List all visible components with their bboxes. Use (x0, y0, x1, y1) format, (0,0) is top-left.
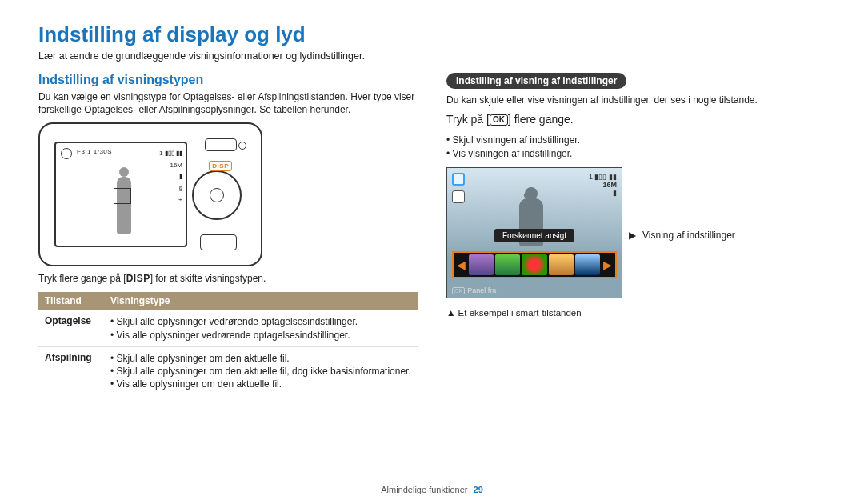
left-paragraph: Du kan vælge en visningstype for Optagel… (38, 90, 418, 116)
status-line: 1 ▮▯▯ ▮▮ (589, 173, 617, 181)
chevron-right-icon: ▶ (602, 258, 614, 271)
page-number: 29 (474, 485, 483, 494)
preset-thumb (495, 254, 520, 275)
th-mode: Tilstand (38, 292, 104, 310)
chevron-left-icon: ◀ (455, 258, 467, 271)
resolution-label: 16M (589, 181, 617, 189)
mode-icon-group (452, 173, 465, 186)
modes-table: Tilstand Visningstype Optagelse Skjul al… (38, 292, 418, 395)
type-cell: Skjul alle oplysninger om den aktuelle f… (104, 346, 418, 395)
mode-icon (61, 148, 72, 159)
list-item: Vis alle oplysninger vedrørende optagels… (110, 329, 411, 342)
table-row: Afspilning Skjul alle oplysninger om den… (38, 346, 418, 395)
preset-thumb (469, 254, 494, 275)
callout-arrow-icon: ▶ (629, 230, 636, 241)
disp-instruction: Tryk flere gange på [DISP] for at skifte… (38, 273, 418, 284)
type-cell: Skjul alle oplysninger vedrørende optage… (104, 310, 418, 346)
section-pill: Indstilling af visning af indstillinger (446, 73, 626, 89)
status-stack: 1 ▮▯▯ ▮▮ 16M ▮ § ⌁ (159, 148, 182, 206)
list-item: Skjul alle oplysninger vedrørende optage… (110, 315, 411, 328)
mode-cell: Optagelse (38, 310, 104, 346)
mode-tooltip: Forskønnet ansigt (494, 229, 574, 242)
mode-icon (452, 190, 465, 203)
instr-post: ] for at skifte visningstypen. (150, 273, 266, 284)
disp-button: DISP (209, 161, 232, 171)
status-readout: 1 ▮▯▯ ▮▮ 16M ▮ (589, 173, 617, 197)
list-item: Vis alle oplysninger om den aktuelle fil… (110, 378, 411, 390)
left-column: Indstilling af visningstypen Du kan vælg… (38, 73, 418, 395)
left-heading: Indstilling af visningstypen (38, 73, 418, 87)
camera-illustration: F3.1 1/30S 1 ▮▯▯ ▮▮ 16M ▮ § ⌁ DISP (38, 122, 262, 266)
ok-instruction: Tryk på [OK] flere gange. (446, 113, 826, 126)
ok-key-label: OK (490, 114, 508, 126)
disp-key-label: DISP (126, 273, 150, 284)
callout-label: Visning af indstillinger (642, 230, 735, 241)
subject-silhouette (114, 167, 134, 244)
list-item: Skjul visningen af indstillinger. (446, 134, 826, 147)
bottom-button-outline (200, 234, 237, 250)
ok-badge-icon: OK (452, 287, 465, 294)
exposure-readout: F3.1 1/30S (77, 148, 112, 155)
dpad-outline (192, 170, 242, 220)
th-type: Visningstype (104, 292, 418, 310)
list-item: Vis visningen af indstillinger. (446, 147, 826, 161)
press-pre: Tryk på [ (446, 113, 490, 126)
mode-icon-selected (452, 173, 465, 186)
mode-cell: Afspilning (38, 346, 104, 395)
panel-off-hint: OKPanel fra (452, 286, 496, 294)
preset-thumb (522, 254, 546, 275)
right-paragraph: Du kan skjule eller vise visningen af in… (446, 94, 826, 106)
panel-off-label: Panel fra (467, 286, 496, 294)
top-button-outline (205, 138, 237, 151)
right-bullets: Skjul visningen af indstillinger. Vis vi… (446, 134, 826, 161)
press-post: ] flere gange. (508, 113, 574, 126)
example-screenshot: 1 ▮▯▯ ▮▮ 16M ▮ Forskønnet ansigt ◀ (446, 167, 622, 298)
lead-text: Lær at ændre de grundlæggende visningsin… (38, 50, 826, 62)
right-column: Indstilling af visning af indstillinger … (446, 73, 826, 395)
settings-strip: ◀ ▶ (452, 251, 617, 278)
status-icon: ▮ (589, 189, 617, 197)
list-item: Skjul alle oplysninger om den aktuelle f… (110, 365, 411, 378)
ok-center-icon (210, 188, 224, 202)
instr-pre: Tryk flere gange på [ (38, 273, 126, 284)
preset-thumb (575, 254, 600, 275)
preset-thumb (549, 254, 574, 275)
footer-section: Almindelige funktioner (381, 485, 467, 494)
list-item: Skjul alle oplysninger om den aktuelle f… (110, 352, 411, 365)
page-title: Indstilling af display og lyd (38, 22, 826, 47)
table-row: Optagelse Skjul alle oplysninger vedrøre… (38, 310, 418, 346)
camera-screen: F3.1 1/30S 1 ▮▯▯ ▮▮ 16M ▮ § ⌁ (54, 142, 187, 247)
example-footnote: Et eksempel i smart-tilstanden (446, 308, 826, 318)
focus-square-icon (114, 188, 131, 204)
small-button-outline (238, 142, 246, 150)
page-footer: Almindelige funktioner 29 (0, 485, 864, 494)
